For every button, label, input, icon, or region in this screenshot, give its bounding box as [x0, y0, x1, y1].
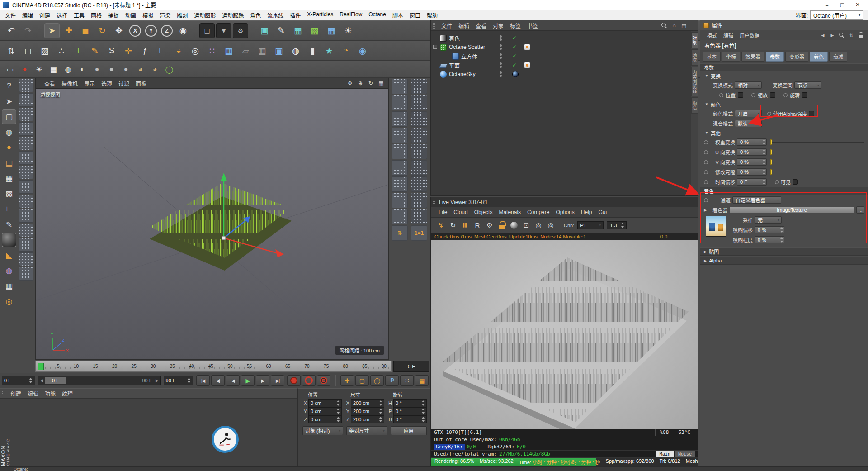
start-frame-field[interactable]: 0 F	[2, 376, 35, 385]
animation-dot[interactable]	[704, 150, 708, 154]
menubar-item[interactable]: RealFlow	[336, 10, 365, 20]
array-icon[interactable]: ▦	[324, 23, 339, 38]
menubar-item[interactable]: 文件	[2, 10, 19, 20]
render-picture-viewer-icon[interactable]: ▼	[216, 23, 231, 38]
perspective-viewport[interactable]: 查看摄像机显示选项过滤面板 ✥⊕↻▦	[35, 78, 389, 360]
live-viewer-menu-item[interactable]: Gui	[595, 208, 610, 216]
render-view[interactable]	[431, 240, 698, 429]
spinner[interactable]	[762, 159, 766, 165]
visibility-dots[interactable]	[500, 44, 502, 50]
spinner[interactable]	[379, 408, 383, 414]
go-to-end-button[interactable]: ▶|	[271, 375, 284, 386]
slider-left-arrow[interactable]: ◀	[38, 378, 45, 383]
rotate-tool-icon[interactable]: ↻	[94, 23, 110, 38]
menubar-item[interactable]: 选择	[53, 10, 71, 20]
menubar-item[interactable]: 运动跟踪	[219, 10, 247, 20]
channel-dropdown[interactable]: PT ▾	[577, 221, 604, 229]
spinner[interactable]	[762, 179, 766, 185]
attributes-menu-item[interactable]: 模式	[704, 31, 720, 40]
live-viewer-menu-item[interactable]: Materials	[495, 208, 524, 216]
octane-diffuse-material-icon[interactable]: ●	[90, 63, 104, 76]
material-menu-item[interactable]: 功能	[42, 389, 59, 398]
octane-settings-icon[interactable]: ▭	[4, 63, 17, 76]
collapse-expander-icon[interactable]: −	[433, 45, 437, 49]
weight-transform-slider[interactable]	[770, 139, 864, 145]
material-menu-item[interactable]: 创建	[7, 389, 24, 398]
group-transform[interactable]: ▼ 变换	[700, 71, 868, 80]
viewport-menu-item[interactable]: 面板	[132, 79, 150, 88]
animation-dot[interactable]	[751, 93, 755, 97]
zoom-view-icon[interactable]: ⊕	[357, 80, 364, 87]
time-icon[interactable]: ◔	[338, 43, 354, 58]
spinner[interactable]	[29, 377, 33, 384]
clay-ball-icon[interactable]: ●	[2, 140, 16, 155]
animation-dot[interactable]	[775, 180, 779, 184]
matrix-preset-icon[interactable]	[19, 267, 33, 281]
matrix-preset-icon[interactable]	[19, 137, 33, 150]
matrix-preset-icon[interactable]	[19, 122, 33, 136]
key-scale-icon[interactable]: 1=1	[411, 225, 427, 241]
snap-preset-icon[interactable]	[411, 193, 427, 208]
menubar-item[interactable]: 工具	[71, 10, 88, 20]
play-button[interactable]: ▶	[241, 375, 255, 386]
menubar-item[interactable]: 渲染	[156, 10, 174, 20]
object-row-octane-scatter[interactable]: − Octane Scatter ✓	[431, 43, 675, 52]
size-field[interactable]: 200 cm	[351, 399, 384, 407]
dark-sphere-icon[interactable]: ●	[2, 233, 16, 247]
octane-environment-tag[interactable]	[512, 71, 519, 77]
render-settings-icon[interactable]: ⚙	[233, 23, 248, 38]
size-field[interactable]: 200 cm	[351, 407, 384, 415]
object-manager-menu-item[interactable]: 文件	[438, 21, 455, 30]
attribute-tab[interactable]: 坐标	[722, 52, 740, 62]
section-shading[interactable]: 着色	[700, 187, 868, 195]
text-spline-icon[interactable]: T	[71, 43, 86, 58]
manager-side-tab[interactable]: 构造	[691, 97, 698, 114]
instance-icon[interactable]: ▣	[271, 43, 287, 58]
cubes-icon[interactable]: ▩	[2, 186, 16, 201]
search-icon[interactable]	[838, 32, 845, 39]
region-render-icon[interactable]: R	[472, 220, 483, 231]
snap-preset-icon[interactable]	[411, 95, 427, 110]
object-row-shader[interactable]: 着色 ✓	[431, 33, 675, 43]
go-to-start-button[interactable]: |◀	[196, 375, 210, 386]
menubar-item[interactable]: 插件	[287, 10, 304, 20]
spinner[interactable]	[762, 139, 766, 145]
measure-icon[interactable]: ∟	[154, 43, 170, 58]
size-mode-dropdown[interactable]: 绝对尺寸▾	[346, 426, 387, 435]
visibility-dots[interactable]	[500, 62, 502, 68]
manager-side-tab[interactable]: 对象	[691, 32, 698, 48]
modify-clone-slider[interactable]	[770, 169, 864, 175]
uv-ball-icon[interactable]: ◍	[2, 263, 16, 278]
spline-smooth-icon[interactable]: S	[104, 43, 119, 58]
v-transform-field[interactable]: 0 %	[737, 158, 767, 166]
section-alpha-collapsed[interactable]: ▶ Alpha	[700, 257, 868, 265]
apply-button[interactable]: 应用	[391, 426, 427, 435]
octane-object-tag[interactable]	[524, 62, 530, 68]
render-buffer-tab[interactable]: Main	[656, 451, 674, 457]
attribute-tab[interactable]: 基本	[703, 52, 721, 62]
manager-side-tab[interactable]: 内容浏览器	[691, 67, 698, 96]
lock-y-axis-icon[interactable]: Y	[145, 25, 157, 37]
spinner[interactable]	[336, 408, 340, 414]
spinner[interactable]	[421, 416, 425, 423]
selection-frame-icon[interactable]: ▢	[2, 109, 16, 124]
animation-dot[interactable]	[767, 112, 771, 116]
octane-daylight-icon[interactable]: ☀	[33, 63, 46, 76]
pause-icon[interactable]: ▌▌	[460, 220, 471, 231]
octane-viewport-icon[interactable]: ▣	[257, 23, 272, 38]
object-row-cube[interactable]: 立方体 ✓	[431, 52, 675, 61]
blend-mode-dropdown[interactable]: 默认▾	[735, 120, 762, 127]
timeline-ruler[interactable]: 051015202530354045505560657075808590	[35, 361, 392, 372]
color-mode-dropdown[interactable]: 开启▾	[735, 110, 762, 117]
array-preset-icon[interactable]	[392, 111, 408, 127]
viewport-menu-item[interactable]: 查看	[41, 79, 58, 88]
menubar-item[interactable]: 捕捉	[105, 10, 122, 20]
attribute-tab[interactable]: 衰减	[829, 52, 847, 62]
position-checkbox[interactable]	[738, 92, 743, 98]
octane-arealight-icon[interactable]: ▤	[47, 63, 60, 76]
attribute-tab[interactable]: 效果器	[741, 52, 764, 62]
viewport-menu-item[interactable]: 选项	[98, 79, 115, 88]
undo-icon[interactable]: ↶	[4, 23, 19, 38]
slider-right-arrow[interactable]: ▶	[154, 378, 160, 383]
maximize-button[interactable]: ▢	[835, 0, 850, 10]
